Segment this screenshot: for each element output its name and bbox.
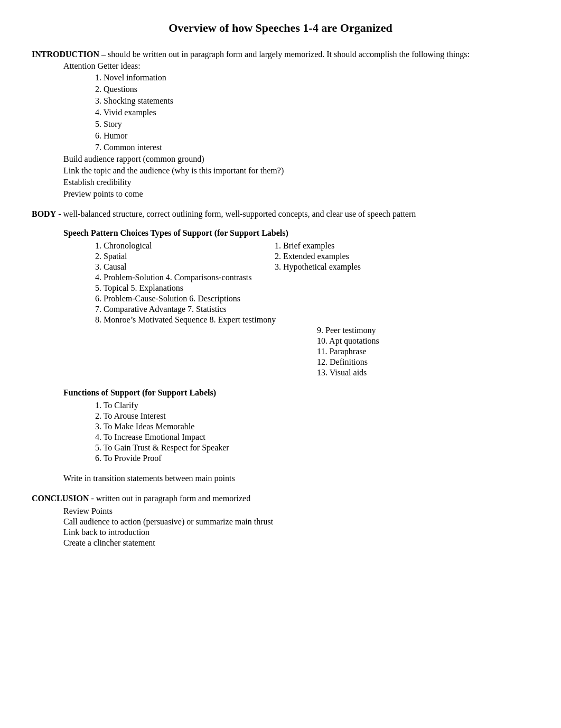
- body-desc: - well-balanced structure, correct outli…: [56, 209, 416, 218]
- conclusion-item-3: Link back to introduction: [63, 528, 529, 537]
- attention-item-1: 1. Novel information: [95, 73, 529, 82]
- function-item-4: 4. To Increase Emotional Impact: [95, 432, 529, 442]
- body-header: BODY - well-balanced structure, correct …: [32, 209, 529, 219]
- intro-header: INTRODUCTION – should be written out in …: [32, 50, 529, 59]
- pattern-right-12: 12. Definitions: [317, 357, 529, 367]
- conclusion-item-4: Create a clincher statement: [63, 538, 529, 548]
- pattern-row-6: 6. Problem-Cause-Solution 6. Description…: [95, 294, 529, 303]
- attention-getter-label: Attention Getter ideas:: [63, 61, 529, 71]
- functions-heading: Functions of Support (for Support Labels…: [63, 388, 529, 398]
- speech-pattern-heading: Speech Pattern Choices Types of Support …: [63, 228, 529, 238]
- attention-item-6: 6. Humor: [95, 131, 529, 141]
- other-item-1: Build audience rapport (common ground): [63, 154, 529, 164]
- conclusion-item-2: Call audience to action (persuasive) or …: [63, 517, 529, 527]
- pattern-right-2: 2. Extended examples: [275, 252, 349, 261]
- attention-item-3: 3. Shocking statements: [95, 96, 529, 106]
- pattern-row-1: 1. Chronological 1. Brief examples: [95, 241, 529, 251]
- other-item-4: Preview points to come: [63, 189, 529, 199]
- pattern-right-1: 1. Brief examples: [275, 241, 334, 251]
- pattern-row-7: 7. Comparative Advantage 7. Statistics: [95, 305, 529, 314]
- function-item-2: 2. To Arouse Interest: [95, 411, 529, 421]
- function-item-6: 6. To Provide Proof: [95, 454, 529, 463]
- conclusion-item-1: Review Points: [63, 506, 529, 516]
- function-item-3: 3. To Make Ideas Memorable: [95, 422, 529, 431]
- function-item-1: 1. To Clarify: [95, 401, 529, 410]
- pattern-row-5: 5. Topical 5. Explanations: [95, 283, 529, 293]
- attention-item-7: 7. Common interest: [95, 143, 529, 152]
- intro-label: INTRODUCTION: [32, 50, 99, 59]
- pattern-row-4: 4. Problem-Solution 4. Comparisons-contr…: [95, 273, 529, 282]
- function-item-5: 5. To Gain Trust & Respect for Speaker: [95, 443, 529, 453]
- conclusion-section: CONCLUSION - written out in paragraph fo…: [32, 494, 529, 548]
- transition-statement: Write in transition statements between m…: [63, 474, 529, 483]
- attention-item-4: 4. Vivid examples: [95, 108, 529, 117]
- pattern-right-10: 10. Apt quotations: [317, 336, 529, 346]
- other-item-3: Establish credibility: [63, 178, 529, 187]
- pattern-right-13: 13. Visual aids: [317, 368, 529, 377]
- pattern-left-2: 2. Spatial: [95, 252, 275, 261]
- pattern-right-9: 9. Peer testimony: [317, 326, 529, 335]
- functions-section: Functions of Support (for Support Labels…: [63, 388, 529, 463]
- attention-item-5: 5. Story: [95, 119, 529, 129]
- attention-item-2: 2. Questions: [95, 85, 529, 94]
- pattern-left-3: 3. Causal: [95, 262, 275, 272]
- page-title: Overview of how Speeches 1-4 are Organiz…: [32, 21, 529, 35]
- other-item-2: Link the topic and the audience (why is …: [63, 166, 529, 176]
- body-label: BODY: [32, 209, 56, 218]
- pattern-right-11: 11. Paraphrase: [317, 347, 529, 356]
- pattern-left-1: 1. Chronological: [95, 241, 275, 251]
- body-section: BODY - well-balanced structure, correct …: [32, 209, 529, 483]
- intro-desc: – should be written out in paragraph for…: [99, 50, 470, 59]
- introduction-section: INTRODUCTION – should be written out in …: [32, 50, 529, 199]
- pattern-row-8: 8. Monroe’s Motivated Sequence 8. Expert…: [95, 315, 529, 325]
- conclusion-desc: - written out in paragraph form and memo…: [89, 494, 250, 503]
- conclusion-header: CONCLUSION - written out in paragraph fo…: [32, 494, 529, 503]
- pattern-right-3: 3. Hypothetical examples: [275, 262, 361, 272]
- speech-pattern-section: Speech Pattern Choices Types of Support …: [63, 228, 529, 377]
- conclusion-label: CONCLUSION: [32, 494, 89, 503]
- pattern-row-2: 2. Spatial 2. Extended examples: [95, 252, 529, 261]
- pattern-row-3: 3. Causal 3. Hypothetical examples: [95, 262, 529, 272]
